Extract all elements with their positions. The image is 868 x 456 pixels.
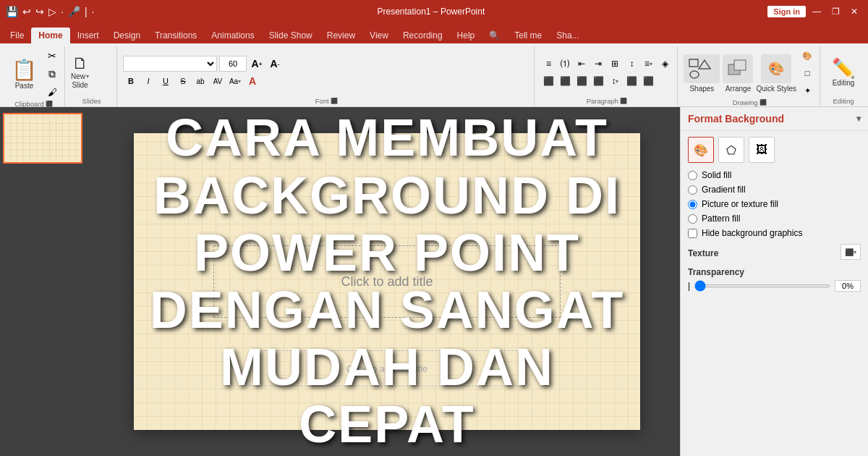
tab-transitions[interactable]: Transitions: [148, 28, 204, 43]
transparency-value-input[interactable]: [835, 280, 861, 292]
align-left-button[interactable]: ⬛: [540, 73, 556, 89]
texture-select-button[interactable]: ⬛▾: [841, 244, 861, 260]
present-icon[interactable]: ▷: [48, 6, 56, 17]
shapes-svg: [689, 59, 715, 79]
redo-icon[interactable]: ↪: [35, 6, 44, 17]
para-extra2[interactable]: ⬛: [640, 73, 656, 89]
picture-fill-radio[interactable]: [688, 200, 697, 209]
italic-button[interactable]: I: [140, 73, 156, 89]
paragraph-actions: ≡ ⑴ ⇤ ⇥ ⊞ ↕ ≡▾ ◈ ⬛ ⬛ ⬛ ⬛ ↕▾ ⬛ ⬛: [540, 56, 673, 89]
paste-label: Paste: [15, 82, 34, 90]
gradient-fill-radio[interactable]: [688, 185, 697, 195]
numbering-button[interactable]: ⑴: [557, 56, 573, 72]
tab-share[interactable]: Sha...: [549, 28, 586, 43]
slide-thumbnail-1[interactable]: [3, 113, 82, 164]
title-bar: 💾 ↩ ↪ ▷ · 🎤 | · Presentation1 – PowerPoi…: [0, 0, 868, 23]
shapes-palette[interactable]: [684, 54, 720, 83]
minimize-button[interactable]: —: [809, 4, 825, 20]
paragraph-expand-icon[interactable]: ⬛: [620, 98, 627, 104]
justify-button[interactable]: ⬛: [590, 73, 606, 89]
tab-view[interactable]: View: [362, 28, 396, 43]
clipboard-actions: ✂ ⧉ 🖌: [44, 48, 60, 100]
panel-collapse-button[interactable]: ▾: [856, 114, 861, 124]
font-size-decrease-button[interactable]: A-: [267, 56, 283, 72]
change-case-button[interactable]: Aa▾: [227, 73, 243, 89]
text-direction-button[interactable]: ↕: [624, 56, 639, 72]
customize-icon[interactable]: ·: [61, 6, 64, 17]
smartart-button[interactable]: ◈: [657, 56, 673, 72]
tab-design[interactable]: Design: [106, 28, 148, 43]
arrange-btn[interactable]: [723, 54, 753, 83]
title-bar-right: Sign in — ❐ ✕: [767, 4, 862, 20]
tab-review[interactable]: Review: [320, 28, 362, 43]
ribbon-group-slides: 🗋 New ▾ Slide Slides: [67, 46, 117, 106]
format-painter-button[interactable]: 🖌: [44, 84, 60, 100]
mic-icon[interactable]: 🎤: [68, 6, 80, 17]
ribbon-tabs: File Home Insert Design Transitions Anim…: [0, 23, 868, 43]
new-slide-button[interactable]: 🗋 New ▾ Slide: [71, 56, 89, 89]
bullets-button[interactable]: ≡: [540, 56, 556, 72]
sign-in-button[interactable]: Sign in: [767, 6, 806, 17]
tab-help[interactable]: Help: [450, 28, 482, 43]
tab-file[interactable]: File: [3, 28, 31, 43]
tab-search[interactable]: 🔍: [482, 28, 507, 43]
strikethrough-button[interactable]: S: [175, 73, 191, 89]
font-expand-icon[interactable]: ⬛: [331, 98, 338, 104]
ribbon: 📋 Paste ✂ ⧉ 🖌 Clipboard ⬛ 🗋 New ▾ Slide: [0, 43, 868, 107]
clipboard-expand-icon[interactable]: ⬛: [46, 101, 53, 107]
subtitle-placeholder[interactable]: Click to add subtitle: [250, 350, 524, 387]
tab-recording[interactable]: Recording: [396, 28, 450, 43]
bold-button[interactable]: B: [123, 73, 139, 89]
close-button[interactable]: ✕: [846, 4, 862, 20]
shape-fill-button[interactable]: 🎨: [799, 48, 815, 64]
slide-canvas[interactable]: CARA MEMBUAT BACKGROUND DI POWER POINT D…: [134, 133, 640, 430]
font-size-input[interactable]: [219, 56, 247, 72]
align-center-button[interactable]: ⬛: [557, 73, 573, 89]
maximize-button[interactable]: ❐: [827, 4, 843, 20]
hide-graphics-checkbox[interactable]: [688, 229, 697, 238]
arrange-svg: [727, 59, 749, 79]
increase-indent-button[interactable]: ⇥: [590, 56, 606, 72]
align-text-button[interactable]: ≡▾: [640, 56, 656, 72]
line-spacing-button[interactable]: ↕▾: [607, 73, 623, 89]
tab-home[interactable]: Home: [31, 28, 69, 43]
pattern-fill-radio[interactable]: [688, 214, 697, 224]
font-size-increase-button[interactable]: A+: [249, 56, 265, 72]
shape-effects-button[interactable]: ✦: [799, 83, 815, 98]
drawing-expand-icon[interactable]: ⬛: [760, 99, 767, 106]
tab-insert[interactable]: Insert: [70, 28, 106, 43]
arrange-label: Arrange: [726, 85, 752, 93]
quick-styles-btn[interactable]: 🎨: [761, 54, 791, 83]
transparency-slider[interactable]: [694, 284, 830, 287]
slides-label: Slides: [71, 97, 112, 106]
quick-styles-wrap: 🎨 Quick Styles: [756, 54, 796, 93]
save-icon[interactable]: 💾: [6, 6, 18, 17]
editing-button[interactable]: ✏️ Editing: [832, 59, 855, 87]
align-right-button[interactable]: ⬛: [574, 73, 590, 89]
undo-icon[interactable]: ↩: [22, 6, 31, 17]
new-slide-caret: ▾: [86, 73, 89, 80]
tab-tell-me[interactable]: Tell me: [507, 28, 549, 43]
tab-animations[interactable]: Animations: [204, 28, 261, 43]
picture-fill-icon-button[interactable]: 🖼: [749, 137, 775, 163]
solid-fill-icon-button[interactable]: 🎨: [688, 137, 714, 163]
char-spacing-button[interactable]: AV: [210, 73, 226, 89]
cut-button[interactable]: ✂: [44, 48, 60, 64]
paste-button[interactable]: 📋 Paste: [7, 56, 41, 91]
copy-button[interactable]: ⧉: [44, 66, 60, 82]
para-extra1[interactable]: ⬛: [624, 73, 639, 89]
shape-outline-button[interactable]: □: [799, 65, 815, 81]
tab-slideshow[interactable]: Slide Show: [262, 28, 320, 43]
underline-button[interactable]: U: [158, 73, 174, 89]
columns-button[interactable]: ⊞: [607, 56, 623, 72]
solid-fill-radio[interactable]: [688, 171, 697, 180]
paragraph-row1: ≡ ⑴ ⇤ ⇥ ⊞ ↕ ≡▾ ◈: [540, 56, 673, 72]
paragraph-label: Paragraph ⬛: [540, 97, 673, 106]
title-placeholder[interactable]: Click to add title: [213, 245, 561, 318]
shadow-button[interactable]: ab: [192, 73, 208, 89]
font-color-button[interactable]: A: [244, 73, 260, 89]
gradient-fill-icon-button[interactable]: ⬠: [718, 137, 744, 163]
decrease-indent-button[interactable]: ⇤: [574, 56, 590, 72]
drawing-extra: 🎨 □ ✦: [799, 48, 815, 98]
font-name-select[interactable]: [123, 56, 217, 72]
